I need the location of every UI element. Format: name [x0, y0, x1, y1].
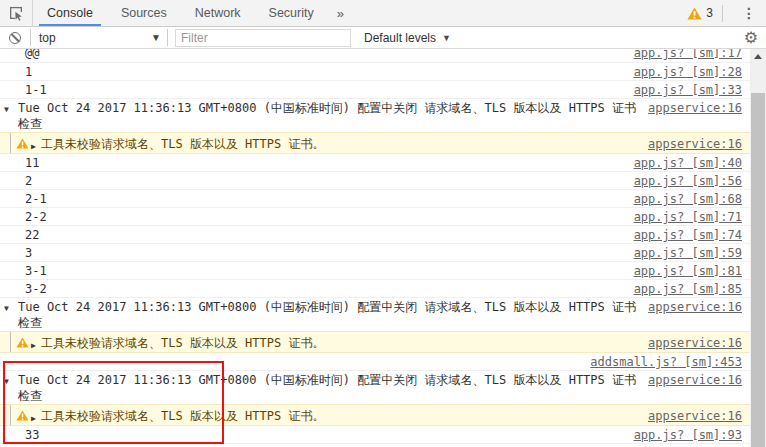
devtools-menu-icon[interactable]: ⋮: [732, 5, 766, 21]
source-link[interactable]: app.js? [sm]:59: [634, 246, 742, 261]
vertical-scrollbar[interactable]: [750, 49, 766, 447]
tab-security[interactable]: Security: [255, 0, 328, 26]
scroll-up-arrow-icon: [754, 54, 762, 59]
warning-icon: [16, 138, 29, 149]
console-messages: app.js? [sm]:17 @@ app.js? [sm]:28 1 app…: [0, 49, 750, 444]
source-link[interactable]: appservice:16: [648, 336, 742, 351]
inspect-element-button[interactable]: [0, 0, 33, 26]
console-warning-row: appservice:16 ▶ 工具未校验请求域名、TLS 版本以及 HTTPS…: [0, 404, 750, 426]
source-link[interactable]: app.js? [sm]:81: [634, 264, 742, 279]
source-link[interactable]: app.js? [sm]:71: [634, 210, 742, 225]
source-link[interactable]: appservice:16: [648, 100, 742, 116]
warning-count-badge[interactable]: 3: [687, 6, 713, 20]
source-link[interactable]: app.js? [sm]:93: [634, 428, 742, 443]
log-message: 11: [25, 156, 39, 170]
collapse-arrow-icon[interactable]: ▼: [4, 301, 9, 317]
panel-tabs: Console Sources Network Security: [33, 0, 328, 26]
more-tabs-chevron-icon[interactable]: »: [328, 0, 353, 26]
console-log-row: app.js? [sm]:93 33: [0, 426, 750, 444]
log-message: 2-1: [25, 192, 47, 206]
execution-context-selector[interactable]: top ▼: [31, 31, 167, 45]
log-message: 1-1: [25, 83, 47, 97]
group-guide-line: [10, 332, 11, 352]
expand-arrow-icon[interactable]: ▶: [31, 139, 36, 154]
warning-message: 工具未校验请求域名、TLS 版本以及 HTTPS 证书。: [41, 137, 324, 151]
console-log-row: app.js? [sm]:85 3-2: [0, 280, 750, 298]
source-link[interactable]: app.js? [sm]:17: [634, 49, 742, 61]
source-link[interactable]: app.js? [sm]:85: [634, 282, 742, 297]
console-log-row: app.js? [sm]:40 11: [0, 154, 750, 172]
log-message: 3: [25, 246, 32, 260]
log-message: 33: [25, 428, 39, 442]
expand-arrow-icon[interactable]: ▶: [31, 338, 36, 353]
group-title: Tue Oct 24 2017 11:36:13 GMT+0800 (中国标准时…: [18, 300, 636, 330]
console-log-row: app.js? [sm]:17 @@: [0, 49, 750, 63]
source-link[interactable]: appservice:16: [648, 137, 742, 152]
tab-network[interactable]: Network: [181, 0, 255, 26]
chevron-down-icon: ▼: [151, 32, 161, 43]
console-group-row: appservice:16 ▼ Tue Oct 24 2017 11:36:13…: [0, 298, 750, 332]
tab-sources[interactable]: Sources: [107, 0, 181, 26]
filter-input[interactable]: [175, 29, 351, 47]
tab-console[interactable]: Console: [33, 0, 107, 26]
console-group-row: appservice:16 ▼ Tue Oct 24 2017 11:36:13…: [0, 99, 750, 133]
source-link[interactable]: addsmall.js? [sm]:453: [590, 355, 742, 370]
group-guide-line: [10, 405, 11, 425]
source-link[interactable]: app.js? [sm]:33: [634, 83, 742, 98]
tabbar-right-controls: 3 ⋮: [687, 0, 766, 26]
console-log-row: app.js? [sm]:71 2-2: [0, 208, 750, 226]
clear-console-icon: [9, 32, 21, 44]
log-levels-dropdown[interactable]: Default levels ▼: [364, 31, 451, 45]
divider: [167, 29, 168, 46]
console-log-row: app.js? [sm]:28 1: [0, 63, 750, 81]
scrollbar-thumb[interactable]: [751, 93, 765, 447]
warning-count: 3: [706, 6, 713, 20]
console-log-row: app.js? [sm]:81 3-1: [0, 262, 750, 280]
group-title: Tue Oct 24 2017 11:36:13 GMT+0800 (中国标准时…: [18, 101, 636, 131]
log-message: 22: [25, 228, 39, 242]
expand-arrow-icon[interactable]: ▶: [31, 411, 36, 426]
log-message: 3-1: [25, 264, 47, 278]
console-toolbar: top ▼ Default levels ▼ ⚙: [0, 27, 766, 49]
group-guide-line: [10, 133, 11, 153]
clear-console-button[interactable]: [0, 32, 30, 44]
warning-triangle-icon: [687, 7, 702, 20]
source-link[interactable]: appservice:16: [648, 299, 742, 315]
source-link[interactable]: app.js? [sm]:28: [634, 65, 742, 80]
console-log-area: app.js? [sm]:17 @@ app.js? [sm]:28 1 app…: [0, 49, 766, 447]
console-log-row: app.js? [sm]:68 2-1: [0, 190, 750, 208]
source-link[interactable]: appservice:16: [648, 409, 742, 424]
chevron-down-icon: ▼: [442, 33, 451, 43]
console-log-row: addsmall.js? [sm]:453 ~~~~~~~~~~~: [0, 353, 750, 371]
levels-label: Default levels: [364, 31, 436, 45]
inspect-cursor-icon: [8, 5, 24, 21]
console-log-row: app.js? [sm]:33 1-1: [0, 81, 750, 99]
console-log-row: app.js? [sm]:56 2: [0, 172, 750, 190]
collapse-arrow-icon[interactable]: ▼: [4, 102, 9, 118]
scroll-up-button[interactable]: [750, 49, 766, 64]
context-value: top: [39, 31, 56, 45]
source-link[interactable]: app.js? [sm]:74: [634, 228, 742, 243]
log-message: 2-2: [25, 210, 47, 224]
source-link[interactable]: appservice:16: [648, 372, 742, 388]
console-warning-row: appservice:16 ▶ 工具未校验请求域名、TLS 版本以及 HTTPS…: [0, 132, 750, 154]
settings-gear-icon[interactable]: ⚙: [744, 30, 758, 46]
source-link[interactable]: app.js? [sm]:40: [634, 156, 742, 171]
warning-icon: [16, 410, 29, 421]
console-warning-row: appservice:16 ▶ 工具未校验请求域名、TLS 版本以及 HTTPS…: [0, 331, 750, 353]
log-message: 2: [25, 174, 32, 188]
console-log-row: app.js? [sm]:59 3: [0, 244, 750, 262]
warning-icon: [16, 337, 29, 348]
log-message: 1: [25, 65, 32, 79]
warning-message: 工具未校验请求域名、TLS 版本以及 HTTPS 证书。: [41, 336, 324, 350]
console-log-row: app.js? [sm]:74 22: [0, 226, 750, 244]
log-message: @@: [25, 49, 39, 60]
log-message: 3-2: [25, 282, 47, 296]
collapse-arrow-icon[interactable]: ▼: [4, 374, 9, 390]
warning-message: 工具未校验请求域名、TLS 版本以及 HTTPS 证书。: [41, 409, 324, 423]
devtools-tab-bar: Console Sources Network Security » 3 ⋮: [0, 0, 766, 27]
console-group-row: appservice:16 ▼ Tue Oct 24 2017 11:36:13…: [0, 371, 750, 405]
source-link[interactable]: app.js? [sm]:56: [634, 174, 742, 189]
source-link[interactable]: app.js? [sm]:68: [634, 192, 742, 207]
divider: [722, 5, 723, 22]
